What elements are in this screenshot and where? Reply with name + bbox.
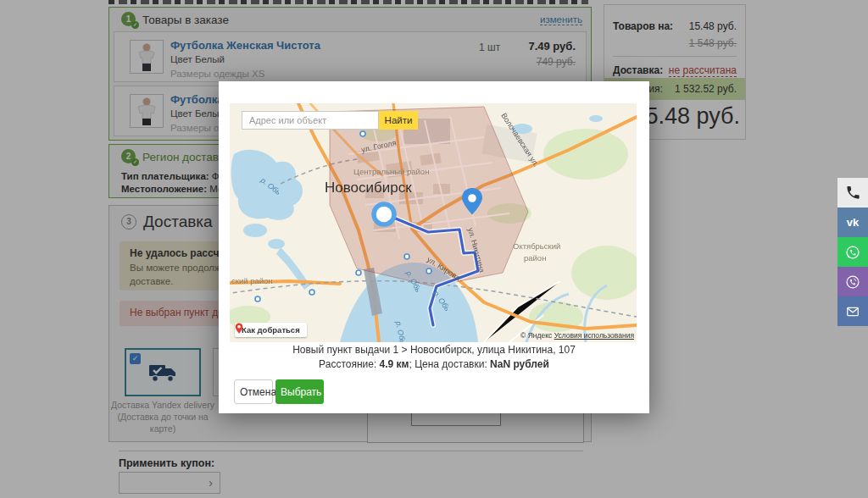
price-label: ; Цена доставки: [409, 358, 491, 370]
pickup-point-marker[interactable] [374, 204, 394, 224]
phone-button[interactable] [837, 178, 868, 208]
distance-price-text: Расстояние: 4.9 км; Цена доставки: NaN р… [219, 358, 649, 370]
selected-point-text: Новый пункт выдачи 1 > Новосибирск, улиц… [219, 344, 649, 356]
viber-icon [844, 274, 861, 290]
district-label: район [524, 253, 546, 263]
whatsapp-button[interactable] [837, 237, 868, 267]
district-label: Центральный район [353, 167, 429, 176]
district-label: ский район [231, 276, 273, 285]
terms-of-use-link[interactable]: Условия использования [554, 331, 634, 340]
map-canvas[interactable]: ул. Гоголя Центральный район Новосибирск… [230, 103, 637, 342]
distance-value: 4.9 км [380, 358, 409, 370]
distance-label: Расстояние: [319, 358, 379, 370]
email-icon [844, 303, 861, 320]
vk-icon: vk [847, 216, 859, 229]
directions-button[interactable]: Как добраться [235, 323, 307, 337]
whatsapp-icon [844, 244, 861, 261]
checkout-page: 1 Товары в заказе изменить Футболка Женс… [0, 0, 868, 498]
social-contact-strip: vk [837, 178, 868, 326]
yandex-copyright: © Яндекс [520, 331, 552, 340]
price-value: NaN рублей [490, 358, 549, 370]
phone-icon [845, 185, 861, 201]
viber-button[interactable] [837, 267, 868, 296]
map-search-button[interactable]: Найти [379, 111, 418, 130]
map-search-input[interactable] [242, 111, 379, 130]
pickup-point-modal: ул. Гоголя Центральный район Новосибирск… [219, 81, 649, 413]
cancel-button[interactable]: Отмена [234, 379, 273, 404]
district-label: Октябрьский [513, 241, 560, 251]
email-button[interactable] [837, 296, 868, 326]
vk-button[interactable]: vk [837, 208, 868, 237]
red-pin-icon [235, 323, 243, 335]
yandex-map[interactable]: ул. Гоголя Центральный район Новосибирск… [230, 103, 637, 342]
map-search-bar: Найти [242, 111, 418, 130]
directions-label: Как добраться [242, 325, 300, 335]
map-copyright: © Яндекс Условия использования [520, 331, 634, 340]
city-label: Новосибирск [325, 180, 412, 196]
select-button[interactable]: Выбрать [275, 379, 324, 404]
